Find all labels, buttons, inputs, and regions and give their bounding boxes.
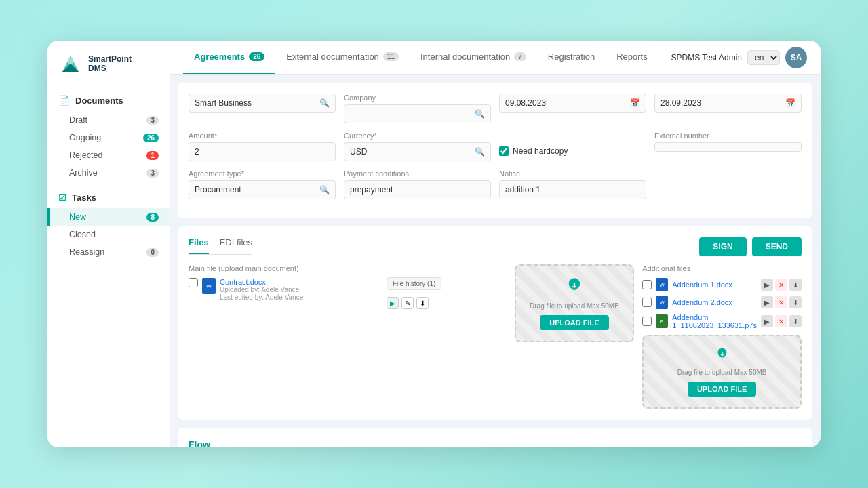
main-content: Agreements 26 External documentation 11 …	[170, 41, 821, 447]
addl-file1-btn3[interactable]: ⬇	[789, 279, 802, 291]
addl-file1-btn2[interactable]: ✕	[775, 279, 787, 291]
currency-search-icon: 🔍	[475, 147, 485, 157]
new-badge: 8	[146, 213, 159, 222]
files-card: Files EDI files SIGN SEND Main file (upl…	[178, 226, 812, 420]
external-badge: 11	[383, 52, 399, 61]
send-button[interactable]: SEND	[752, 237, 802, 256]
additional-files-title: Additional files	[642, 264, 802, 272]
internal-badge: 7	[514, 52, 526, 61]
main-file-meta: Contract.docx Uploaded by: Adele Vance L…	[220, 278, 303, 301]
tab-edi[interactable]: EDI files	[220, 237, 252, 254]
sidebar-item-closed[interactable]: Closed	[47, 226, 170, 243]
addl-file1-name[interactable]: Addendum 1.docx	[672, 281, 757, 289]
sidebar-item-draft[interactable]: Draft 3	[47, 111, 170, 129]
external-number-label: External number	[654, 131, 802, 140]
upload-cloud-icon	[527, 277, 623, 300]
empty-group	[654, 169, 802, 199]
company-from-group: Smart Business 🔍	[189, 94, 336, 123]
addl-icon1: W	[656, 278, 668, 291]
archive-badge: 3	[146, 169, 159, 178]
upload-file-button[interactable]: UPLOAD FILE	[540, 315, 608, 330]
addl-file1-checkbox[interactable]	[642, 280, 652, 289]
addl-file3-name[interactable]: Addendum 1_11082023_133631.p7s	[672, 313, 757, 329]
main-file-icon: W	[202, 278, 216, 294]
addl-file2-btn3[interactable]: ⬇	[789, 296, 802, 308]
external-number-input[interactable]	[654, 142, 802, 152]
payment-group: Payment conditions prepayment	[344, 169, 491, 199]
user-area: SPDMS Test Admin en ru SA	[671, 47, 807, 68]
addl-file2-name[interactable]: Addendum 2.docx	[672, 298, 757, 306]
main-file-checkbox[interactable]	[189, 278, 198, 287]
file-history-btn2[interactable]: ✎	[401, 297, 414, 309]
file-history-btn3[interactable]: ⬇	[416, 297, 429, 309]
date1-group: 09.08.2023 📅	[499, 94, 646, 123]
form-row1: Smart Business 🔍 Company 🔍 09.08.	[189, 94, 802, 123]
currency-input[interactable]: USD 🔍	[344, 142, 491, 161]
hardcopy-checkbox[interactable]	[499, 146, 509, 156]
sidebar-item-new[interactable]: New 8	[47, 208, 170, 226]
date2-input[interactable]: 28.09.2023 📅	[654, 94, 802, 113]
agreements-badge: 26	[249, 52, 264, 61]
documents-group[interactable]: 📄 Documents	[47, 89, 170, 111]
sidebar-item-rejected[interactable]: Rejected 1	[47, 146, 170, 164]
top-nav: Agreements 26 External documentation 11 …	[170, 41, 821, 75]
tab-registration[interactable]: Registration	[537, 41, 606, 74]
sidebar-item-ongoing[interactable]: Ongoing 26	[47, 129, 170, 146]
tab-external[interactable]: External documentation 11	[275, 41, 410, 74]
logo: SmartPoint DMS	[47, 52, 170, 89]
flow-card: Flow Initialize Closed ✓ Task is finishe…	[178, 428, 812, 447]
addl-icon3: E	[656, 314, 668, 328]
lang-select[interactable]: en ru	[747, 50, 780, 65]
addl-file2-btn1[interactable]: ▶	[761, 296, 773, 308]
calendar1-icon: 📅	[630, 98, 640, 108]
tab-internal[interactable]: Internal documentation 7	[410, 41, 537, 74]
content-area: Smart Business 🔍 Company 🔍 09.08.	[170, 75, 821, 447]
date1-input[interactable]: 09.08.2023 📅	[499, 94, 646, 113]
ongoing-badge: 26	[143, 134, 159, 142]
sidebar-item-archive[interactable]: Archive 3	[47, 164, 170, 182]
avatar: SA	[785, 47, 807, 68]
addl-file2-btn2[interactable]: ✕	[775, 296, 787, 308]
addl-file3-btn2[interactable]: ✕	[775, 315, 787, 327]
addl-file3-checkbox[interactable]	[642, 317, 652, 326]
file-history-badge[interactable]: File history (1)	[387, 277, 441, 290]
main-file-name[interactable]: Contract.docx	[220, 278, 303, 286]
company-from-input[interactable]: Smart Business 🔍	[189, 94, 336, 113]
additional-upload-zone: Drag file to upload Max 50MB UPLOAD FILE	[642, 335, 802, 409]
agreement-type-input[interactable]: Procurement 🔍	[189, 180, 336, 199]
notice-input[interactable]: addition 1	[499, 180, 646, 199]
main-file-edited: Last edited by: Adele Vance	[220, 293, 303, 301]
agreement-type-group: Agreement type* Procurement 🔍	[189, 169, 336, 199]
amount-input[interactable]: 2	[189, 142, 336, 161]
tab-files[interactable]: Files	[189, 237, 209, 254]
addl-file3-btn3[interactable]: ⬇	[789, 315, 802, 327]
addl-file2-checkbox[interactable]	[642, 298, 652, 307]
sidebar-item-reassign[interactable]: Reassign 0	[47, 243, 170, 261]
main-file-section: Main file (upload main document) W Contr…	[189, 264, 378, 301]
payment-label: Payment conditions	[344, 169, 491, 178]
company-to-search-icon: 🔍	[475, 109, 485, 119]
app-subname: DMS	[88, 64, 132, 73]
notice-group: Notice addition 1	[499, 169, 646, 199]
addl-upload-button[interactable]: UPLOAD FILE	[688, 382, 756, 396]
company-to-label: Company	[344, 94, 491, 102]
tasks-group[interactable]: ☑ Tasks	[47, 187, 170, 208]
hardcopy-group: Need hardcopy	[499, 131, 646, 161]
form-card: Smart Business 🔍 Company 🔍 09.08.	[178, 83, 812, 218]
app-name: SmartPoint	[88, 54, 132, 64]
additional-files-section: Additional files W Addendum 1.docx ▶ ✕ ⬇	[642, 264, 802, 409]
sidebar: SmartPoint DMS 📄 Documents Draft 3 Ongoi…	[47, 41, 170, 447]
external-number-group: External number	[654, 131, 802, 161]
addl-file1-btn1[interactable]: ▶	[761, 279, 773, 291]
payment-input[interactable]: prepayment	[344, 180, 491, 199]
company-to-input[interactable]: 🔍	[344, 104, 491, 123]
company-from-search-icon: 🔍	[319, 98, 330, 108]
notice-label: Notice	[499, 169, 646, 178]
tab-reports[interactable]: Reports	[606, 41, 658, 74]
sign-button[interactable]: SIGN	[699, 237, 746, 256]
amount-label: Amount*	[189, 131, 336, 140]
file-history-btn1[interactable]: ▶	[387, 297, 399, 309]
files-content: Main file (upload main document) W Contr…	[189, 264, 802, 409]
addl-file3-btn1[interactable]: ▶	[761, 315, 773, 327]
tab-agreements[interactable]: Agreements 26	[183, 41, 275, 74]
